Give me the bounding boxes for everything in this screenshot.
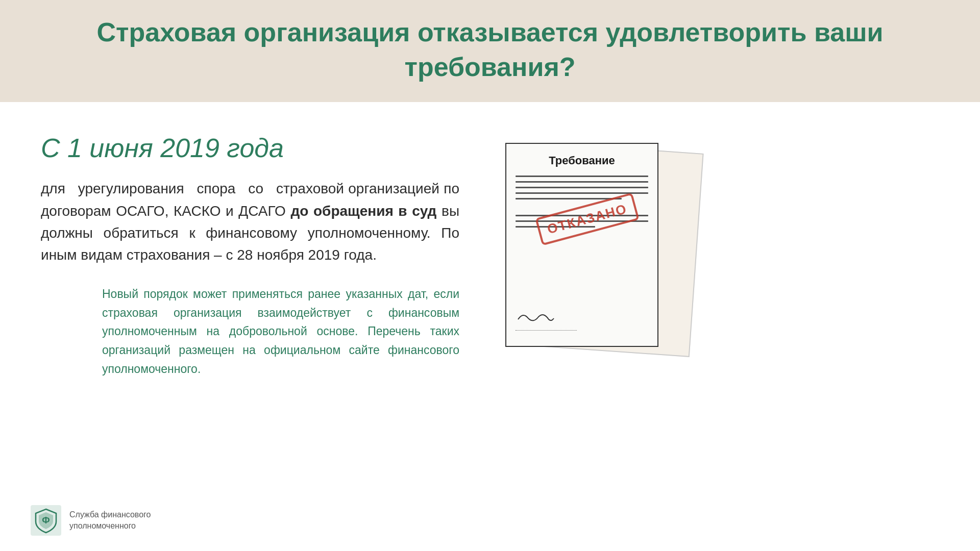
doc-line-1 [516, 176, 648, 177]
document-title: Требование [516, 154, 648, 167]
text-column: С 1 июня 2019 года для урегулирования сп… [41, 133, 459, 379]
svg-text:Ф: Ф [42, 515, 50, 525]
doc-line-3 [516, 187, 648, 188]
stamp: ОТКАЗАНО [535, 193, 639, 246]
document-signature [516, 309, 577, 331]
stamp-wrapper: ОТКАЗАНО [535, 193, 639, 246]
secondary-paragraph: Новый порядок может применяться ранее ук… [41, 285, 459, 379]
bold-text: до обращения в суд [291, 203, 437, 219]
document-wrapper: Требование ОТКАЗАНО [505, 143, 689, 378]
date-heading: С 1 июня 2019 года [41, 133, 459, 163]
main-paragraph: для урегулирования спора со страховой ор… [41, 178, 459, 266]
doc-line-2 [516, 181, 648, 183]
header-title: Страховая организация отказывается удовл… [41, 15, 939, 84]
document-column: Требование ОТКАЗАНО [490, 133, 704, 378]
document-main: Требование ОТКАЗАНО [505, 143, 658, 347]
footer-logo: Ф [31, 505, 61, 536]
signature-line [516, 330, 577, 331]
footer-text: Служба финансового уполномоченного [69, 509, 151, 532]
main-content: С 1 июня 2019 года для урегулирования сп… [0, 102, 980, 399]
footer: Ф Служба финансового уполномоченного [31, 505, 151, 536]
header-banner: Страховая организация отказывается удовл… [0, 0, 980, 102]
